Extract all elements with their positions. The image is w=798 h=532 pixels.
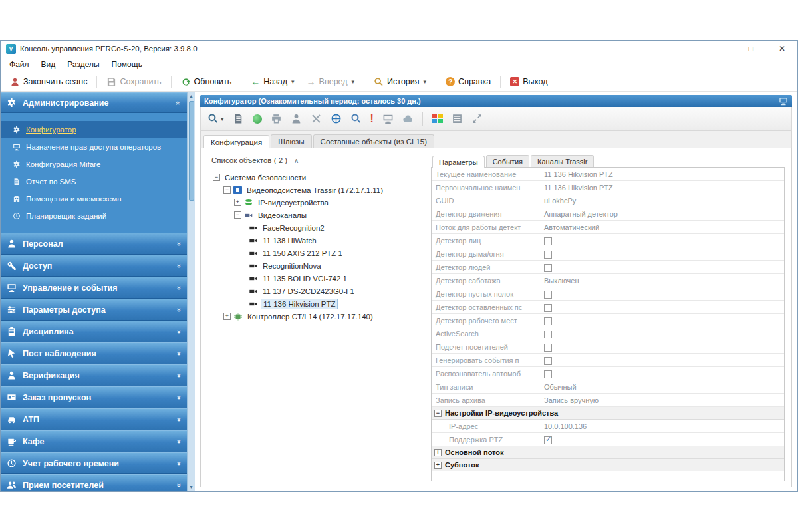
sidebar-item-sms-report[interactable]: Отчет по SMS — [1, 173, 187, 190]
section-expand-icon[interactable]: + — [434, 449, 442, 456]
sidebar-section-personnel[interactable]: Персонал « — [1, 233, 187, 255]
export-button[interactable] — [233, 113, 244, 124]
tree-item[interactable]: 11 135 BOLID VCI-742 1 — [209, 272, 423, 285]
sidebar-item-operator-rights[interactable]: Назначение прав доступа операторов — [1, 138, 187, 156]
sidebar-section-pass-orders[interactable]: Заказ пропусков « — [1, 386, 187, 408]
sidebar-item-configurator[interactable]: Конфигуратор — [1, 121, 187, 138]
chevron-double-down-icon[interactable]: « — [174, 351, 182, 355]
tree-item-selected[interactable]: 11 136 Hikvision PTZ — [209, 297, 423, 310]
tab-configuration[interactable]: Конфигурация — [203, 135, 269, 148]
tree-item[interactable]: 11 138 HiWatch — [209, 234, 423, 247]
chevron-double-down-icon[interactable]: « — [174, 483, 182, 487]
tree-expander[interactable]: − — [234, 211, 241, 219]
minimize-button[interactable]: – — [719, 44, 724, 53]
property-value[interactable]: Аппаратный детектор — [539, 207, 784, 220]
chevron-double-down-icon[interactable]: « — [174, 395, 182, 399]
refresh-button[interactable]: Обновить — [176, 75, 237, 89]
tree-item[interactable]: FaceRecognition2 — [209, 221, 423, 234]
property-value[interactable]: 10.0.100.136 — [539, 420, 784, 432]
checkbox[interactable] — [544, 251, 552, 259]
tree-item[interactable]: − Видеоподсистема Trassir (172.17.1.11) — [209, 184, 423, 196]
print-button[interactable] — [271, 113, 282, 124]
sidebar-section-time-tracking[interactable]: Учет рабочего времени « — [1, 452, 187, 474]
delete-button[interactable] — [311, 113, 322, 124]
tree-item[interactable]: − Видеоканалы — [209, 209, 423, 221]
console-icon[interactable] — [779, 96, 788, 106]
property-section-ip-settings[interactable]: − Настройки IP-видеоустройства — [432, 407, 784, 420]
sidebar-section-access[interactable]: Доступ « — [1, 255, 187, 277]
property-section-substream[interactable]: + Субпоток — [432, 459, 784, 471]
tree-item[interactable]: − Система безопасности — [209, 171, 423, 184]
exit-button[interactable]: ✕ Выход — [505, 75, 553, 88]
tab-trassir-channels[interactable]: Каналы Trassir — [531, 155, 594, 167]
menu-file[interactable]: Файл — [3, 58, 35, 71]
find-button[interactable] — [350, 113, 362, 124]
save-button[interactable]: Сохранить — [101, 75, 166, 89]
events-button[interactable] — [382, 113, 394, 124]
tree-expander[interactable]: − — [213, 174, 220, 181]
scroll-down-icon[interactable]: ▼ — [189, 483, 194, 491]
tab-gateways[interactable]: Шлюзы — [271, 134, 311, 148]
history-dropdown-icon[interactable]: ▾ — [424, 78, 427, 85]
sidebar-scrollbar[interactable]: ▲ ▼ — [187, 92, 195, 491]
close-button[interactable]: ✕ — [779, 44, 785, 53]
checkbox[interactable] — [544, 357, 552, 365]
menu-view[interactable]: Вид — [35, 58, 62, 71]
property-value[interactable]: Автоматический — [539, 221, 784, 233]
sidebar-section-access-parameters[interactable]: Параметры доступа « — [1, 299, 187, 321]
chevron-double-down-icon[interactable]: « — [174, 285, 182, 289]
expand-button[interactable] — [471, 113, 483, 124]
alarm-button[interactable]: ! — [370, 114, 374, 124]
cards-button[interactable] — [432, 114, 443, 123]
tree-expander[interactable]: + — [234, 199, 241, 206]
sidebar-section-atp[interactable]: АТП « — [1, 408, 187, 430]
tree-expander[interactable]: − — [223, 186, 231, 194]
back-button[interactable]: ← Назад ▾ — [245, 75, 299, 88]
sidebar-section-discipline[interactable]: Дисциплина « — [1, 321, 187, 342]
tree-expander[interactable]: + — [223, 313, 231, 320]
chevron-double-down-icon[interactable]: « — [174, 461, 182, 465]
tree-item[interactable]: + Контроллер CT/L14 (172.17.17.140) — [209, 310, 423, 323]
checkbox-checked[interactable] — [544, 436, 552, 444]
menu-help[interactable]: Помощь — [106, 58, 148, 71]
sidebar-section-observation-post[interactable]: Пост наблюдения « — [1, 342, 187, 364]
collapse-panel-icon[interactable]: ∧ — [294, 157, 299, 164]
status-button[interactable] — [253, 114, 262, 124]
tree-item[interactable]: 11 137 DS-2CD2423G0-I 1 — [209, 285, 423, 297]
web-button[interactable] — [331, 113, 342, 124]
search-menu-button[interactable]: ▾ — [207, 113, 224, 124]
property-value[interactable]: Запись вручную — [539, 394, 784, 406]
sidebar-section-verification[interactable]: Верификация « — [1, 364, 187, 386]
forward-dropdown-icon[interactable]: ▾ — [352, 78, 355, 85]
checkbox[interactable] — [544, 264, 552, 272]
tab-events[interactable]: События — [486, 155, 529, 167]
sidebar-section-cafe[interactable]: Кафе « — [1, 430, 187, 452]
cloud-button[interactable] — [402, 113, 414, 124]
title-bar[interactable]: V Консоль управления PERCo-S-20, Версия:… — [1, 41, 797, 57]
checkbox[interactable] — [544, 291, 552, 299]
tree-item[interactable]: + IP-видеоустройства — [209, 196, 423, 209]
chevron-double-up-icon[interactable]: « — [174, 100, 182, 104]
section-collapse-icon[interactable]: − — [434, 410, 442, 417]
property-value[interactable]: 11 136 Hikvision PTZ — [539, 181, 784, 194]
chevron-double-down-icon[interactable]: « — [174, 373, 182, 377]
checkbox[interactable] — [544, 237, 552, 245]
section-expand-icon[interactable]: + — [434, 462, 442, 469]
sidebar-section-administration[interactable]: Администрирование « — [1, 92, 187, 113]
maximize-button[interactable]: □ — [749, 44, 753, 53]
chevron-double-down-icon[interactable]: « — [174, 263, 182, 267]
tab-composite-objects[interactable]: Составные объекты (из CL15) — [313, 134, 434, 148]
checkbox[interactable] — [544, 331, 552, 338]
end-session-button[interactable]: Закончить сеанс — [5, 75, 92, 89]
property-value[interactable]: 11 136 Hikvision PTZ — [539, 168, 784, 180]
sidebar-item-task-scheduler[interactable]: Планировщик заданий — [1, 207, 187, 225]
sidebar-item-premises[interactable]: Помещения и мнемосхема — [1, 190, 187, 207]
history-button[interactable]: История ▾ — [368, 75, 432, 89]
checkbox[interactable] — [544, 344, 552, 352]
operators-button[interactable] — [291, 113, 302, 124]
checkbox[interactable] — [544, 304, 552, 312]
table-button[interactable] — [452, 113, 463, 124]
tab-parameters[interactable]: Параметры — [432, 156, 485, 168]
checkbox[interactable] — [544, 317, 552, 325]
chevron-double-down-icon[interactable]: « — [174, 329, 182, 333]
